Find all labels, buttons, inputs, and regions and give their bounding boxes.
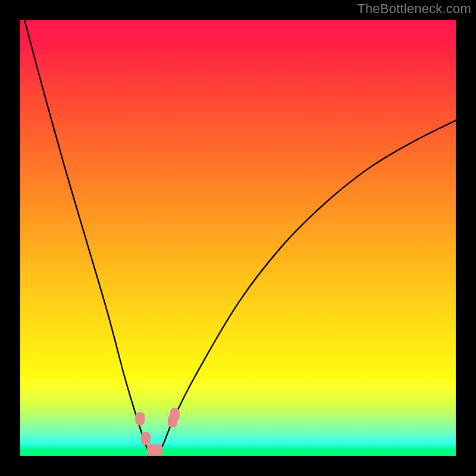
data-marker xyxy=(135,412,145,425)
chart-overlay xyxy=(20,20,456,456)
data-marker xyxy=(170,408,180,421)
bottleneck-curve xyxy=(24,20,456,456)
data-marker xyxy=(153,444,162,456)
data-marker xyxy=(141,432,151,445)
chart-stage: TheBottleneck.com xyxy=(0,0,476,476)
plot-area xyxy=(20,20,456,456)
watermark-text: TheBottleneck.com xyxy=(357,1,471,17)
